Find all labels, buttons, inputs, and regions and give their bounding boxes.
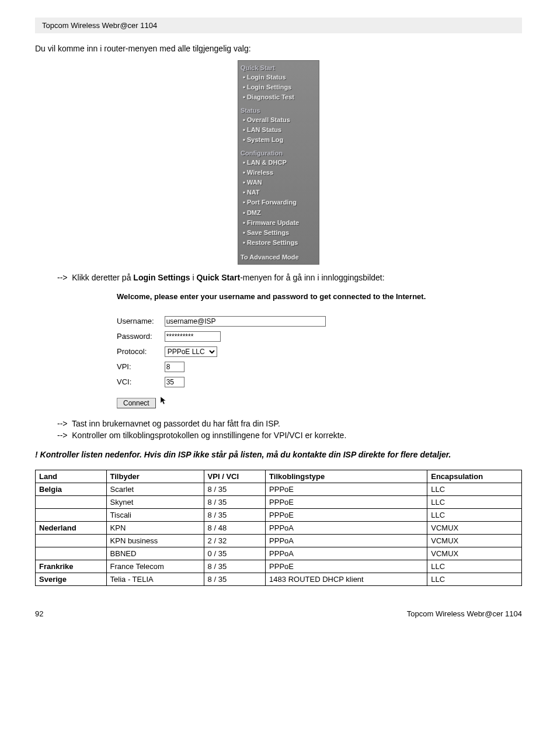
menu-item: Wireless — [241, 168, 316, 178]
protocol-label: Protocol: — [117, 347, 162, 356]
instruction-step-2b: --> Kontroller om tilkoblingsprotokollen… — [57, 431, 522, 440]
username-field[interactable] — [165, 316, 326, 327]
intro-text: Du vil komme inn i router-menyen med all… — [35, 44, 522, 53]
menu-item: Diagnostic Test — [241, 92, 316, 102]
arrow-icon: --> — [57, 273, 68, 282]
table-row: Skynet8 / 35PPPoELLC — [36, 496, 522, 509]
menu-item: Overall Status — [241, 115, 316, 125]
menu-group-quickstart: Quick Start — [241, 64, 316, 71]
menu-item: Login Status — [241, 72, 316, 82]
connect-button[interactable]: Connect — [117, 398, 156, 408]
table-row: NederlandKPN8 / 48PPPoAVCMUX — [36, 522, 522, 535]
menu-item: Save Settings — [241, 228, 316, 238]
col-land: Land — [36, 470, 107, 483]
page-footer: 92 Topcom Wireless Webr@cer 1104 — [35, 609, 522, 618]
menu-item: LAN Status — [241, 125, 316, 135]
menu-item: System Log — [241, 135, 316, 145]
menu-item: NAT — [241, 188, 316, 197]
vpi-label: VPI: — [117, 362, 162, 371]
arrow-icon: --> — [57, 419, 68, 428]
menu-item: Port Forwarding — [241, 197, 316, 207]
col-tilbyder: Tilbyder — [106, 470, 204, 483]
table-row: SverigeTelia - TELIA8 / 351483 ROUTED DH… — [36, 573, 522, 586]
menu-item: Restore Settings — [241, 238, 316, 248]
page-header: Topcom Wireless Webr@cer 1104 — [35, 18, 522, 33]
table-row: KPN business2 / 32PPPoAVCMUX — [36, 535, 522, 547]
col-vpivci: VPI / VCI — [204, 470, 266, 483]
login-form-screenshot: Welcome, please enter your username and … — [117, 292, 450, 408]
router-menu-screenshot: Quick Start Login Status Login Settings … — [238, 60, 319, 265]
menu-item: WAN — [241, 178, 316, 188]
col-tilkoblingstype: Tilkoblingstype — [266, 470, 427, 483]
instruction-step-1: --> Klikk deretter på Login Settings i Q… — [57, 273, 522, 282]
cursor-icon — [160, 396, 167, 407]
table-header-row: Land Tilbyder VPI / VCI Tilkoblingstype … — [36, 470, 522, 483]
password-label: Password: — [117, 332, 162, 341]
col-encapsulation: Encapsulation — [427, 470, 522, 483]
isp-table: Land Tilbyder VPI / VCI Tilkoblingstype … — [35, 470, 522, 586]
vpi-field[interactable] — [165, 362, 184, 372]
page-number: 92 — [35, 609, 43, 618]
menu-group-status: Status — [241, 107, 316, 114]
vci-label: VCI: — [117, 377, 162, 386]
table-row: FrankrikeFrance Telecom8 / 35PPPoELLC — [36, 560, 522, 573]
username-label: Username: — [117, 317, 162, 325]
footer-title: Topcom Wireless Webr@cer 1104 — [407, 609, 522, 618]
instruction-step-2a: --> Tast inn brukernavnet og passordet d… — [57, 419, 522, 428]
password-field[interactable] — [165, 331, 221, 342]
table-row: BBNED0 / 35PPPoAVCMUX — [36, 547, 522, 560]
login-welcome-text: Welcome, please enter your username and … — [117, 292, 450, 302]
menu-item: Login Settings — [241, 82, 316, 92]
menu-group-configuration: Configuration — [241, 150, 316, 157]
menu-item: DMZ — [241, 208, 316, 218]
notice-text: ! Kontroller listen nedenfor. Hvis din I… — [35, 449, 522, 461]
vci-field[interactable] — [165, 377, 184, 387]
menu-advanced-mode: To Advanced Mode — [241, 254, 316, 261]
menu-item: LAN & DHCP — [241, 158, 316, 168]
menu-item: Firmware Update — [241, 218, 316, 228]
table-row: Tiscali8 / 35PPPoELLC — [36, 509, 522, 522]
protocol-select[interactable]: PPPoE LLC — [165, 346, 217, 357]
table-row: BelgiaScarlet8 / 35PPPoELLC — [36, 483, 522, 496]
arrow-icon: --> — [57, 431, 68, 440]
